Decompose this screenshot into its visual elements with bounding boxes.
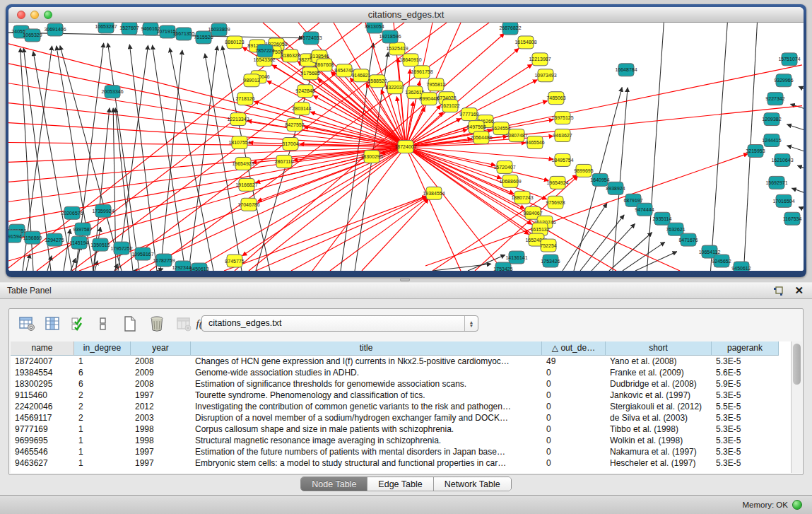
memory-status-indicator[interactable] — [792, 500, 802, 510]
network-node[interactable]: 15692971 — [765, 176, 787, 189]
network-node[interactable]: 989013 — [243, 74, 259, 87]
network-node[interactable]: 2718126 — [235, 93, 254, 105]
network-node[interactable]: 8745775 — [225, 255, 244, 267]
network-node[interactable]: 19218596 — [379, 30, 401, 43]
network-node[interactable]: 1145194 — [70, 236, 89, 249]
network-node[interactable]: 16961758 — [411, 66, 433, 78]
table-cell-in_degree[interactable]: 2 — [74, 412, 131, 424]
table-cell-in_degree[interactable]: 6 — [74, 378, 131, 390]
table-cell-pagerank[interactable]: 5.3E-5 — [712, 435, 779, 446]
network-node[interactable]: 20053346 — [101, 86, 123, 98]
network-window-titlebar[interactable]: citations_edges.txt — [8, 7, 804, 23]
table-cell-short[interactable]: Stergiakouli et al. (2012) — [606, 401, 712, 412]
table-cell-out_degree[interactable]: 0 — [542, 401, 606, 412]
table-row[interactable]: 1872400712008Changes of HCN gene express… — [11, 356, 792, 367]
close-panel-icon[interactable]: ✕ — [794, 284, 804, 297]
network-node[interactable]: 9465546 — [525, 136, 544, 149]
network-node[interactable]: 16648784 — [615, 64, 637, 76]
table-cell-name[interactable]: 18300295 — [11, 378, 74, 390]
table-cell-title[interactable]: Genome-wide association studies in ADHD. — [191, 367, 542, 378]
table-cell-out_degree[interactable]: 0 — [542, 412, 606, 424]
table-row[interactable]: 977716911998Corpus callosum shape and si… — [11, 424, 792, 435]
table-settings-icon[interactable] — [18, 315, 36, 333]
network-node[interactable]: 1640954 — [590, 173, 609, 186]
table-cell-title[interactable]: Changes of HCN gene expression and I(f) … — [191, 356, 542, 367]
network-node[interactable]: 7515526 — [194, 31, 213, 44]
network-node[interactable]: 2867110 — [275, 155, 294, 168]
network-node[interactable]: 16154808 — [514, 36, 536, 49]
column-header-pagerank[interactable]: pagerank — [712, 341, 779, 356]
network-node[interactable]: 9397587 — [73, 223, 92, 235]
dropdown-stepper-icon[interactable]: ▲▼ — [464, 316, 478, 331]
new-file-icon[interactable] — [121, 315, 139, 333]
table-cell-in_degree[interactable]: 1 — [74, 457, 131, 469]
table-cell-year[interactable]: 2009 — [131, 367, 191, 378]
network-node[interactable]: 16210643 — [771, 153, 793, 166]
network-node[interactable]: 10807487 — [505, 129, 527, 142]
network-node[interactable]: 1527607 — [119, 23, 139, 35]
show-columns-icon[interactable] — [43, 315, 61, 333]
table-cell-in_degree[interactable]: 2 — [74, 390, 131, 401]
table-cell-title[interactable]: Tourette syndrome. Phenomenology and cla… — [191, 390, 542, 401]
tab-edge-table[interactable]: Edge Table — [367, 477, 433, 491]
table-scrollbar[interactable] — [791, 341, 802, 473]
table-cell-in_degree[interactable]: 1 — [74, 446, 131, 457]
network-node[interactable]: 1753426 — [541, 255, 560, 267]
table-cell-short[interactable]: Nakamura et al. (1997) — [606, 446, 712, 457]
table-cell-short[interactable]: Jankovic et al. (1997) — [606, 390, 712, 401]
column-header-name[interactable]: name — [11, 341, 74, 356]
network-node[interactable]: 752254 — [540, 239, 556, 252]
network-node[interactable]: 20564486 — [470, 132, 492, 144]
table-cell-year[interactable]: 1998 — [131, 435, 191, 446]
float-panel-icon[interactable] — [772, 286, 784, 297]
network-node[interactable]: 15724033 — [300, 32, 322, 45]
network-node[interactable]: 18495754 — [551, 153, 573, 166]
table-cell-year[interactable]: 2012 — [131, 401, 191, 412]
table-cell-title[interactable]: Estimation of significance thresholds fo… — [191, 378, 542, 390]
network-node[interactable]: 8322037 — [385, 81, 404, 94]
network-node[interactable]: 17957252 — [110, 242, 132, 255]
table-cell-title[interactable]: Embryonic stem cells: a model to study s… — [191, 457, 542, 469]
table-cell-year[interactable]: 1997 — [131, 390, 191, 401]
table-cell-year[interactable]: 1998 — [131, 424, 191, 435]
table-cell-out_degree[interactable]: 0 — [542, 435, 606, 446]
table-row[interactable]: 2242004622012Investigating the contribut… — [11, 401, 792, 412]
column-header-in_degree[interactable]: in_degree — [74, 341, 131, 356]
network-node[interactable]: 16033809 — [208, 23, 230, 36]
table-cell-title[interactable]: Corpus callosum shape and size in male p… — [191, 424, 542, 435]
table-cell-year[interactable]: 2003 — [131, 412, 191, 424]
table-cell-pagerank[interactable]: 5.3E-5 — [712, 390, 779, 401]
table-cell-year[interactable]: 1997 — [131, 457, 191, 469]
table-cell-name[interactable]: 22420046 — [11, 401, 74, 412]
table-scrollbar-thumb[interactable] — [793, 344, 801, 385]
network-node[interactable]: 9474444 — [635, 203, 654, 216]
network-node[interactable]: 9463627 — [553, 129, 572, 142]
table-select-dropdown[interactable]: citations_edges.txt ▲▼ — [201, 315, 478, 332]
table-cell-title[interactable]: Disruption of a novel member of a sodium… — [191, 412, 542, 424]
network-node[interactable]: 8860123 — [225, 36, 244, 49]
table-cell-short[interactable]: Yano et al. (2008) — [606, 356, 712, 367]
network-node[interactable]: 10688609 — [499, 175, 521, 187]
network-node[interactable]: 9450613 — [189, 263, 208, 271]
network-node[interactable]: 10973493 — [534, 69, 556, 82]
network-node[interactable]: 1753425 — [493, 262, 512, 271]
table-cell-pagerank[interactable]: 5.3E-5 — [712, 457, 779, 469]
table-cell-short[interactable]: Wolkin et al. (1998) — [606, 435, 712, 446]
table-cell-out_degree[interactable]: 0 — [542, 446, 606, 457]
network-node[interactable]: 17016504 — [772, 194, 794, 207]
panel-splitter-handle[interactable] — [400, 278, 410, 281]
table-cell-out_degree[interactable]: 0 — [542, 424, 606, 435]
network-node[interactable]: 18724007 — [394, 141, 416, 153]
network-node[interactable]: 10653287 — [95, 23, 117, 33]
table-cell-short[interactable]: Tibbo et al. (1998) — [606, 424, 712, 435]
table-row[interactable]: 1830029562008Estimation of significance … — [11, 378, 792, 390]
network-node[interactable]: 18640910 — [399, 54, 421, 66]
table-cell-in_degree[interactable]: 1 — [74, 424, 131, 435]
network-node[interactable]: 1244415 — [762, 134, 781, 147]
table-cell-name[interactable]: 19384554 — [11, 367, 74, 378]
network-node[interactable]: 8813054 — [365, 23, 384, 33]
network-node[interactable]: 9899695 — [574, 164, 593, 177]
network-node[interactable]: 17046786 — [237, 198, 259, 211]
table-cell-out_degree[interactable]: 49 — [542, 356, 606, 367]
network-node[interactable]: 18807243 — [511, 191, 533, 204]
